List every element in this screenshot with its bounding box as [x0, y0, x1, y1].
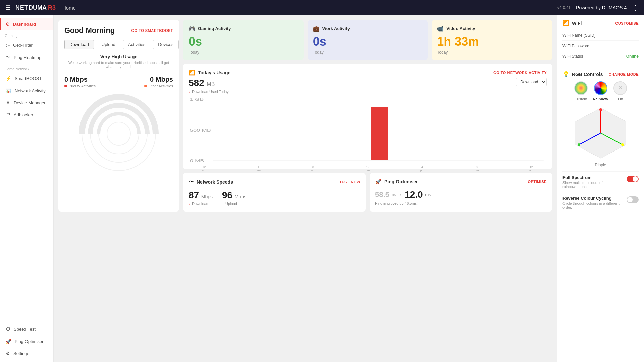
brand-duma: DUMA	[29, 4, 47, 11]
upload-button[interactable]: Upload	[97, 40, 120, 49]
sidebar-item-speed-test[interactable]: ⏱ Speed Test	[0, 323, 53, 335]
rgb-option-rainbow[interactable]: Rainbow	[593, 81, 608, 101]
customise-link[interactable]: CUSTOMISE	[615, 21, 639, 25]
full-spectrum-desc: Show multiple colours of the rainbow at …	[562, 181, 620, 189]
settings-icon: ⚙	[6, 351, 10, 356]
todays-usage-card: 📶 Today's Usage GO TO NETWORK ACTIVITY 5…	[183, 64, 552, 169]
rainbow-circle	[594, 81, 607, 95]
upload-speed-unit: Mbps	[235, 194, 246, 199]
x-label-4am: 4am	[257, 165, 261, 172]
hamburger-icon[interactable]: ☰	[5, 4, 11, 11]
ping-optimiser-sidebar-icon: 🚀	[6, 339, 11, 344]
off-label: Off	[618, 97, 623, 101]
download-speed-unit: Mbps	[201, 194, 213, 199]
custom-circle	[574, 81, 588, 95]
usage-chart-svg: 1 GB 500 MB 0 MB	[189, 97, 547, 164]
svg-point-15	[599, 108, 602, 111]
hex-svg	[571, 106, 631, 160]
sidebar-label-dashboard: Dashboard	[13, 22, 36, 27]
usage-status-label: Very High Usage	[64, 54, 173, 59]
video-activity-label: Video Activity	[446, 26, 475, 31]
svg-text:1 GB: 1 GB	[190, 98, 204, 101]
rgb-icon: 💡	[562, 71, 569, 77]
full-spectrum-title: Full Spectrum	[562, 175, 620, 180]
svg-rect-10	[371, 107, 388, 160]
wifi-name-label: WiFi Name (SSID)	[562, 33, 596, 38]
upload-arrow-icon: ↑	[222, 201, 224, 206]
gaming-icon: 🎮	[189, 25, 195, 32]
activities-button[interactable]: Activities	[123, 40, 150, 49]
speed-test-icon: ⏱	[6, 326, 10, 332]
goto-smartboost-link[interactable]: GO TO SMARTBOOST	[131, 28, 173, 33]
sidebar-item-dashboard[interactable]: ⊙ Dashboard	[0, 18, 53, 30]
off-circle: ✕	[613, 81, 627, 95]
svg-text:0 MB: 0 MB	[190, 159, 204, 163]
ping-optimiser-card: 🚀 Ping Optimiser OPTIMISE 58.5 ms › 12.0…	[370, 173, 552, 212]
old-ping-unit: ms	[391, 192, 396, 197]
sidebar-item-device-manager[interactable]: 🖥 Device Manager	[0, 97, 53, 109]
version-label: v4.0.41	[557, 5, 571, 10]
adblocker-icon: 🛡	[6, 112, 10, 117]
priority-mbps: 0 Mbps	[64, 76, 96, 83]
work-icon: 💼	[313, 25, 320, 32]
change-mode-link[interactable]: CHANGE MODE	[609, 72, 639, 76]
sidebar-item-ping-heatmap[interactable]: 〜 Ping Heatmap	[0, 51, 53, 64]
svg-point-16	[621, 143, 624, 146]
usage-sub-label: We're working hard to make sure your pri…	[64, 61, 173, 69]
wifi-icon: 📶	[562, 20, 569, 26]
sidebar-label-adblocker: Adblocker	[14, 112, 33, 117]
reverse-cycling-knob	[627, 197, 633, 202]
more-icon[interactable]: ⋮	[632, 4, 639, 12]
full-spectrum-toggle[interactable]	[627, 176, 639, 182]
usage-chart: 1 GB 500 MB 0 MB 12am	[189, 97, 547, 164]
upload-label: Upload	[225, 202, 237, 206]
sidebar-label-ping-optimiser: Ping Optimiser	[15, 339, 43, 344]
other-mbps: 0 Mbps	[144, 76, 173, 83]
greeting-card: Good Morning GO TO SMARTBOOST Download U…	[58, 20, 179, 212]
brand: NET DUMA R3	[15, 4, 56, 11]
goto-network-activity-link[interactable]: GO TO NETWORK ACTIVITY	[493, 71, 547, 75]
ping-optimiser-icon: 🚀	[375, 178, 382, 185]
sidebar-item-geo-filter[interactable]: ◎ Geo-Filter	[0, 39, 53, 51]
download-button[interactable]: Download	[64, 40, 94, 49]
ping-optimiser-title: Ping Optimiser	[384, 179, 418, 184]
new-ping-unit: ms	[425, 192, 431, 197]
wifi-status-label: WiFi Status	[562, 54, 583, 59]
smartboost-icon: ⚡	[6, 76, 11, 81]
download-arrow-icon: ↓	[189, 89, 191, 94]
work-activity-label: Work Activity	[322, 26, 350, 31]
sidebar-item-adblocker[interactable]: 🛡 Adblocker	[0, 109, 53, 121]
work-today: Today	[313, 50, 423, 55]
devices-button[interactable]: Devices	[153, 40, 178, 49]
sidebar-label-speed-test: Speed Test	[14, 327, 36, 332]
sidebar-label-ping-heatmap: Ping Heatmap	[14, 55, 41, 60]
reverse-cycling-toggle[interactable]	[627, 196, 639, 203]
rgb-option-off[interactable]: ✕ Off	[613, 81, 627, 101]
optimise-link[interactable]: OPTIMISE	[528, 180, 547, 184]
sidebar-item-ping-optimiser[interactable]: 🚀 Ping Optimiser	[0, 335, 53, 347]
brand-r3: R3	[48, 4, 56, 11]
gauge-svg	[72, 87, 166, 181]
reverse-cycling-title: Reverse Colour Cycling	[562, 196, 620, 201]
rgb-option-custom[interactable]: Custom	[574, 81, 588, 101]
wifi-title: WiFi	[572, 21, 582, 26]
sidebar-label-smartboost: SmartBOOST	[15, 76, 42, 81]
gaming-activity-card: 🎮 Gaming Activity 0s Today	[183, 20, 304, 60]
test-now-link[interactable]: TEST NOW	[339, 180, 360, 184]
gaming-activity-label: Gaming Activity	[198, 26, 231, 31]
ripple-label: Ripple	[562, 163, 639, 167]
x-label-12am-end: 12am	[529, 165, 533, 172]
rgb-title: RGB Controls	[572, 72, 603, 77]
sidebar-label-network-activity: Network Activity	[15, 88, 46, 93]
usage-unit: MB	[207, 81, 215, 87]
sidebar-item-smartboost[interactable]: ⚡ SmartBOOST	[0, 72, 53, 84]
brand-net: NET	[15, 4, 29, 11]
usage-dropdown[interactable]: Download Upload	[516, 78, 547, 86]
sidebar-label-settings: Settings	[13, 351, 29, 356]
network-speeds-icon: 〜	[189, 178, 194, 185]
dashboard-icon: ⊙	[6, 21, 10, 27]
x-label-12am: 12am	[202, 165, 206, 172]
page-title: Home	[62, 5, 76, 11]
sidebar-item-settings[interactable]: ⚙ Settings	[0, 347, 53, 359]
sidebar-item-network-activity[interactable]: 📊 Network Activity	[0, 84, 53, 97]
